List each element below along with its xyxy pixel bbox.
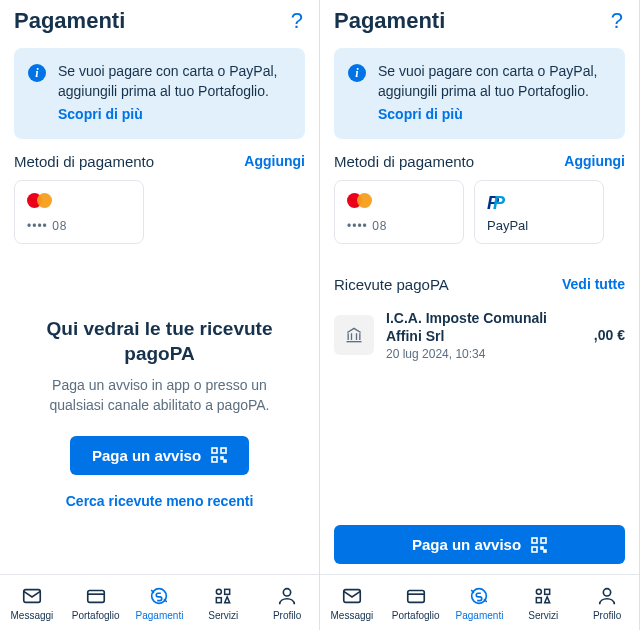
mastercard-icon	[347, 193, 451, 208]
tab-label: Servizi	[528, 610, 558, 621]
screen-right: Pagamenti ? i Se vuoi pagare con carta o…	[320, 0, 640, 630]
info-banner: i Se vuoi pagare con carta o PayPal, agg…	[14, 48, 305, 139]
svg-rect-16	[541, 538, 546, 543]
methods-title: Metodi di pagamento	[14, 153, 154, 170]
services-icon	[212, 585, 234, 607]
screen-left: Pagamenti ? i Se vuoi pagare con carta o…	[0, 0, 320, 630]
info-text: Se vuoi pagare con carta o PayPal, aggiu…	[58, 62, 291, 125]
receipts-viewall-link[interactable]: Vedi tutte	[562, 276, 625, 292]
svg-rect-19	[544, 550, 546, 552]
tab-label: Messaggi	[10, 610, 53, 621]
methods-add-link[interactable]: Aggiungi	[564, 153, 625, 169]
receipt-item[interactable]: I.C.A. Imposte Comunali Affini Srl 20 lu…	[320, 303, 639, 367]
receipt-date: 20 lug 2024, 10:34	[386, 347, 582, 361]
receipt-title: I.C.A. Imposte Comunali Affini Srl	[386, 309, 582, 345]
methods-add-link[interactable]: Aggiungi	[244, 153, 305, 169]
profile-icon	[596, 585, 618, 607]
card-masked-number: •••• 08	[347, 219, 451, 233]
tab-label: Portafoglio	[72, 610, 120, 621]
paypal-icon: PP	[487, 193, 591, 214]
header: Pagamenti ?	[0, 0, 319, 42]
mail-icon	[21, 585, 43, 607]
qr-icon	[211, 447, 227, 463]
tab-label: Messaggi	[330, 610, 373, 621]
mail-icon	[341, 585, 363, 607]
tab-portafoglio[interactable]: Portafoglio	[64, 575, 128, 630]
payments-icon	[148, 585, 170, 607]
info-link[interactable]: Scopri di più	[58, 105, 143, 125]
svg-rect-18	[541, 547, 543, 549]
tab-pagamenti[interactable]: Pagamenti	[448, 575, 512, 630]
receipts-header: Ricevute pagoPA Vedi tutte	[320, 276, 639, 293]
svg-rect-17	[532, 547, 537, 552]
receipt-amount: ,00 €	[594, 327, 625, 343]
tab-label: Pagamenti	[136, 610, 184, 621]
tab-profilo[interactable]: Profilo	[575, 575, 639, 630]
methods-row: •••• 08 PP PayPal	[320, 180, 639, 244]
svg-point-24	[537, 589, 542, 594]
tab-label: Pagamenti	[456, 610, 504, 621]
pay-notice-label: Paga un avviso	[92, 447, 201, 464]
methods-row: •••• 08	[0, 180, 319, 244]
svg-rect-21	[407, 590, 424, 602]
empty-state: Qui vedrai le tue ricevute pagoPA Paga u…	[0, 262, 319, 574]
paypal-label: PayPal	[487, 218, 591, 233]
mastercard-icon	[27, 193, 131, 208]
svg-point-28	[603, 588, 610, 595]
svg-rect-15	[532, 538, 537, 543]
header: Pagamenti ?	[320, 0, 639, 42]
info-text: Se vuoi pagare con carta o PayPal, aggiu…	[378, 62, 611, 125]
wallet-icon	[85, 585, 107, 607]
methods-header: Metodi di pagamento Aggiungi	[0, 153, 319, 170]
info-icon: i	[348, 64, 366, 82]
info-link[interactable]: Scopri di più	[378, 105, 463, 125]
tab-pagamenti[interactable]: Pagamenti	[128, 575, 192, 630]
svg-rect-10	[225, 589, 230, 594]
svg-rect-4	[224, 460, 226, 462]
receipts-title: Ricevute pagoPA	[334, 276, 449, 293]
methods-title: Metodi di pagamento	[334, 153, 474, 170]
wallet-icon	[405, 585, 427, 607]
svg-point-13	[283, 588, 290, 595]
help-icon[interactable]: ?	[611, 8, 623, 34]
svg-rect-3	[221, 457, 223, 459]
svg-marker-27	[545, 596, 550, 602]
method-card-mastercard[interactable]: •••• 08	[14, 180, 144, 244]
tab-label: Servizi	[208, 610, 238, 621]
svg-rect-11	[217, 597, 222, 602]
profile-icon	[276, 585, 298, 607]
pay-notice-label: Paga un avviso	[412, 536, 521, 553]
tabbar: Messaggi Portafoglio Pagamenti Servizi P…	[0, 574, 319, 630]
tabbar: Messaggi Portafoglio Pagamenti Servizi P…	[320, 574, 639, 630]
tab-servizi[interactable]: Servizi	[191, 575, 255, 630]
tab-label: Portafoglio	[392, 610, 440, 621]
svg-rect-26	[537, 597, 542, 602]
info-message: Se vuoi pagare con carta o PayPal, aggiu…	[378, 63, 597, 99]
search-older-link[interactable]: Cerca ricevute meno recenti	[66, 493, 254, 509]
card-masked-number: •••• 08	[27, 219, 131, 233]
tab-servizi[interactable]: Servizi	[511, 575, 575, 630]
svg-rect-0	[212, 448, 217, 453]
info-message: Se vuoi pagare con carta o PayPal, aggiu…	[58, 63, 277, 99]
method-card-paypal[interactable]: PP PayPal	[474, 180, 604, 244]
info-icon: i	[28, 64, 46, 82]
institution-icon	[334, 315, 374, 355]
services-icon	[532, 585, 554, 607]
svg-rect-2	[212, 457, 217, 462]
svg-rect-6	[87, 590, 104, 602]
empty-subtitle: Paga un avviso in app o presso un qualsi…	[26, 376, 293, 415]
empty-title: Qui vedrai le tue ricevute pagoPA	[26, 317, 293, 366]
tab-messaggi[interactable]: Messaggi	[0, 575, 64, 630]
pay-notice-button[interactable]: Paga un avviso	[70, 436, 249, 475]
method-card-mastercard[interactable]: •••• 08	[334, 180, 464, 244]
tab-profilo[interactable]: Profilo	[255, 575, 319, 630]
tab-label: Profilo	[273, 610, 301, 621]
tab-messaggi[interactable]: Messaggi	[320, 575, 384, 630]
svg-point-9	[217, 589, 222, 594]
receipt-body: I.C.A. Imposte Comunali Affini Srl 20 lu…	[386, 309, 582, 361]
help-icon[interactable]: ?	[291, 8, 303, 34]
page-title: Pagamenti	[334, 8, 445, 34]
tab-portafoglio[interactable]: Portafoglio	[384, 575, 448, 630]
pay-notice-button[interactable]: Paga un avviso	[334, 525, 625, 564]
tab-label: Profilo	[593, 610, 621, 621]
